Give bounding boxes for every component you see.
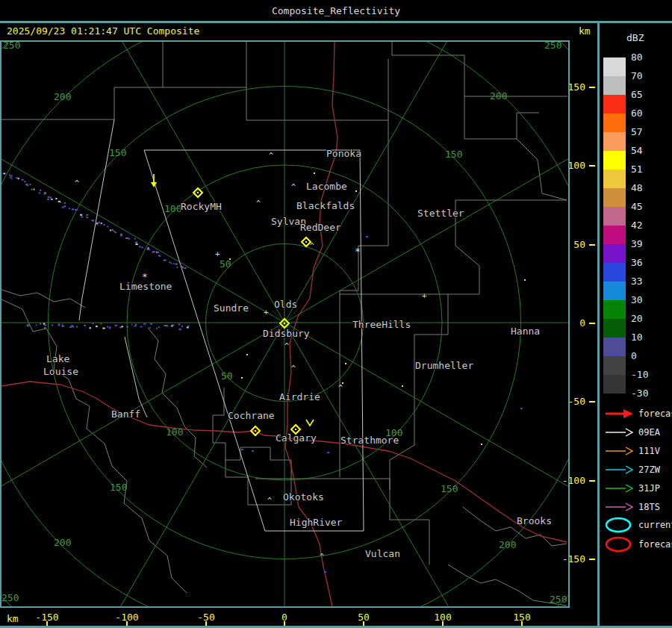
legend-row-current: current	[604, 517, 672, 532]
county-boundary-line	[392, 42, 567, 96]
echo-speckle	[28, 325, 30, 326]
city-label: Louise	[43, 366, 78, 377]
echo-speckle	[96, 223, 98, 225]
dbz-scale-value: 57	[631, 127, 661, 137]
range-ring-label: 200	[490, 90, 507, 102]
county-boundary-line	[448, 200, 567, 294]
diamond-center-dot	[295, 429, 296, 430]
echo-speckle	[135, 243, 137, 245]
echo-speckle	[96, 326, 98, 327]
arrow-head	[626, 429, 632, 436]
echo-speckle	[103, 224, 105, 226]
title-bar: Composite_Reflectivity	[0, 0, 672, 21]
echo-speckle	[44, 192, 46, 193]
echo-speckle	[125, 237, 128, 239]
echo-speckle	[172, 324, 175, 326]
dbz-swatch	[603, 375, 626, 394]
dbz-swatch	[603, 282, 626, 300]
range-ring-label: 150	[441, 483, 458, 494]
range-ring-label: 100	[164, 203, 181, 214]
city-label: Lake	[46, 353, 69, 364]
range-ring-label: 50	[220, 258, 231, 270]
town-caret-symbol: ^	[310, 242, 314, 250]
arrow-head	[626, 466, 632, 473]
echo-speckle	[131, 324, 133, 326]
echo-speckle	[520, 408, 523, 409]
echo-speckle	[10, 175, 12, 177]
dbz-swatch	[603, 95, 626, 114]
sidebar-panel: dBZ 807065605754514845423936333020100-10…	[597, 23, 672, 626]
top-divider	[0, 21, 672, 23]
dbz-swatch	[603, 263, 626, 282]
echo-speckle	[18, 178, 19, 179]
storm-ellipse-icon	[604, 536, 634, 553]
echo-speckle	[64, 202, 66, 204]
range-ring-label: 150	[110, 482, 127, 493]
echo-speckle	[72, 208, 74, 210]
timestamp-label: 2025/09/23 01:21:47 UTC Composite	[7, 25, 199, 37]
echo-speckle	[171, 263, 172, 264]
right-axis-unit-label: km	[579, 25, 591, 37]
town-dot-symbol	[355, 190, 357, 192]
range-ring-label: 200	[54, 91, 71, 102]
city-label: Okotoks	[283, 491, 324, 503]
legend-label: 09EA	[638, 427, 660, 438]
bottom-axis-tick-label: 50	[346, 612, 382, 623]
legend-row-27zw: 27ZW	[604, 462, 660, 477]
dbz-swatch	[603, 319, 626, 338]
arrow-head	[626, 447, 632, 455]
ellipse-shape	[606, 518, 630, 532]
echo-speckle	[99, 222, 101, 223]
dbz-swatch	[603, 132, 626, 151]
echo-speckle	[102, 328, 105, 329]
dbz-scale-value: 51	[631, 164, 661, 175]
echo-speckle	[120, 234, 122, 235]
echo-speckle	[40, 323, 41, 325]
county-boundary-line	[340, 59, 388, 477]
dbz-swatch	[603, 151, 626, 170]
echo-speckle	[366, 236, 368, 237]
yellow-v-marker	[306, 420, 314, 426]
echo-speckle	[135, 242, 137, 243]
county-boundary-line	[213, 388, 291, 505]
echo-speckle	[127, 326, 128, 328]
city-label: Limestone	[119, 281, 172, 292]
echo-speckle	[92, 220, 95, 221]
legend-label: 27ZW	[638, 464, 660, 475]
right-axis-tick	[589, 401, 595, 402]
echo-speckle	[76, 209, 78, 211]
echo-speckle	[110, 326, 111, 328]
echo-speckle	[122, 326, 123, 327]
town-plus-symbol: +	[215, 249, 220, 259]
legend-row-18ts: 18TS	[604, 500, 660, 514]
echo-speckle	[164, 260, 166, 261]
county-boundary-line	[1, 299, 187, 593]
town-caret-symbol: ^	[284, 342, 289, 350]
range-ring-label: 150	[109, 147, 126, 158]
dbz-swatch	[603, 338, 626, 356]
echo-speckle	[100, 323, 102, 325]
echo-speckle	[112, 229, 114, 231]
echo-speckle	[44, 327, 46, 329]
arrow-head	[626, 503, 632, 511]
echo-speckle	[69, 326, 72, 328]
dbz-scale-value: 33	[631, 276, 661, 287]
range-ring-label: 50	[221, 370, 233, 382]
echo-speckle	[135, 324, 137, 326]
range-ring-label: 200	[54, 537, 71, 548]
dbz-swatch	[603, 244, 626, 263]
echo-speckle	[10, 177, 11, 178]
bottom-axis-tick-label: 100	[425, 612, 461, 623]
dbz-swatch	[603, 188, 626, 207]
radar-app-window: Composite_Reflectivity 2025/09/23 01:21:…	[0, 0, 672, 628]
dbz-scale-value: 54	[631, 146, 661, 156]
radar-map-frame: 2502001501005050100150200250150200250100…	[0, 40, 570, 608]
echo-speckle	[107, 226, 108, 228]
radar-site-ray	[289, 310, 297, 318]
bottom-axis-tick-label: -50	[188, 612, 224, 623]
town-dot-symbol	[524, 279, 526, 281]
city-label: ThreeHills	[352, 319, 411, 330]
town-star-symbol: *	[142, 271, 148, 282]
dbz-swatch	[603, 76, 626, 95]
dbz-swatch	[603, 300, 626, 319]
